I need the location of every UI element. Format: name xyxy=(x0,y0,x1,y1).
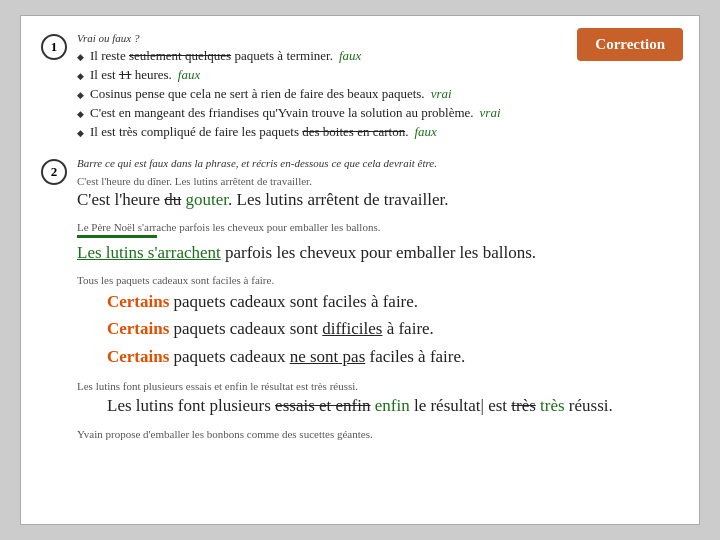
answer-badge: faux xyxy=(178,67,200,82)
corrected-text-2: Les lutins s'arrachent parfois les cheve… xyxy=(77,242,679,264)
strikethrough-text: 11 xyxy=(119,67,132,82)
original-text-4: Les lutins font plusieurs essais et enfi… xyxy=(77,380,679,392)
item-text: Il reste seulement quelques paquets à te… xyxy=(90,48,361,64)
list-item: Il est 11 heures.faux xyxy=(77,67,679,83)
corrected-text-1: C'est l'heure du gouter. Les lutins arrê… xyxy=(77,189,679,211)
certains-block: Certains paquets cadeaux sont faciles à … xyxy=(107,288,679,370)
certains-word: Certains xyxy=(107,347,169,366)
original-text-1: C'est l'heure du dîner. Les lutins arrêt… xyxy=(77,175,679,187)
green-tres: très xyxy=(540,396,565,415)
answer-badge: faux xyxy=(414,124,436,139)
ne-pas-span: ne sont pas xyxy=(290,347,366,366)
exercise-block-3: Tous les paquets cadeaux sont faciles à … xyxy=(77,274,679,370)
underline-green-span: Les lutins s'arrachent xyxy=(77,243,221,262)
strikethrough-text: seulement quelques xyxy=(129,48,231,63)
answer-badge: vrai xyxy=(480,105,501,120)
page: Correction 1 Vrai ou faux ? Il reste seu… xyxy=(20,15,700,525)
list-item: C'est en mangeant des friandises qu'Yvai… xyxy=(77,105,679,121)
item-text: Il est très compliqué de faire les paque… xyxy=(90,124,437,140)
answer-badge: faux xyxy=(339,48,361,63)
strike-span: du xyxy=(164,190,181,209)
green-enfin: enfin xyxy=(375,396,410,415)
certains-line-1: Certains paquets cadeaux sont faciles à … xyxy=(107,288,679,315)
exercise-block-5: Yvain propose d'emballer les bonbons com… xyxy=(77,428,679,440)
list-item: Cosinus pense que cela ne sert à rien de… xyxy=(77,86,679,102)
certains-word: Certains xyxy=(107,319,169,338)
original-text-5: Yvain propose d'emballer les bonbons com… xyxy=(77,428,679,440)
section2: 2 Barre ce qui est faux dans la phrase, … xyxy=(41,157,679,450)
list-item: Il est très compliqué de faire les paque… xyxy=(77,124,679,140)
certains-line-3: Certains paquets cadeaux ne sont pas fac… xyxy=(107,343,679,370)
exercise-block-4: Les lutins font plusieurs essais et enfi… xyxy=(77,380,679,418)
original-text-3: Tous les paquets cadeaux sont faciles à … xyxy=(77,274,679,286)
section2-content: Barre ce qui est faux dans la phrase, et… xyxy=(77,157,679,450)
item-text: Cosinus pense que cela ne sert à rien de… xyxy=(90,86,452,102)
divider-line xyxy=(77,235,157,238)
strike-tres: très xyxy=(511,396,536,415)
strikethrough-text: des boites en carton xyxy=(302,124,405,139)
instruction-text: Barre ce qui est faux dans la phrase, et… xyxy=(77,157,679,169)
correction-button[interactable]: Correction xyxy=(577,28,683,61)
difficiles-span: difficiles xyxy=(322,319,382,338)
exercise-block-1: C'est l'heure du dîner. Les lutins arrêt… xyxy=(77,175,679,211)
exercise-block-2: Le Père Noël s'arrache parfois les cheve… xyxy=(77,221,679,264)
item-text: Il est 11 heures.faux xyxy=(90,67,200,83)
bullet-list: Il reste seulement quelques paquets à te… xyxy=(77,48,679,140)
strike-essais: essais et enfin xyxy=(275,396,370,415)
section2-number: 2 xyxy=(41,159,67,185)
replacement-span: gouter xyxy=(186,190,229,209)
original-text-2: Le Père Noël s'arrache parfois les cheve… xyxy=(77,221,679,233)
section1-number: 1 xyxy=(41,34,67,60)
item-text: C'est en mangeant des friandises qu'Yvai… xyxy=(90,105,501,121)
lutins-final: Les lutins font plusieurs essais et enfi… xyxy=(107,394,679,418)
certains-word: Certains xyxy=(107,292,169,311)
certains-line-2: Certains paquets cadeaux sont difficiles… xyxy=(107,315,679,342)
answer-badge: vrai xyxy=(431,86,452,101)
cursor-mark: | xyxy=(480,396,483,415)
